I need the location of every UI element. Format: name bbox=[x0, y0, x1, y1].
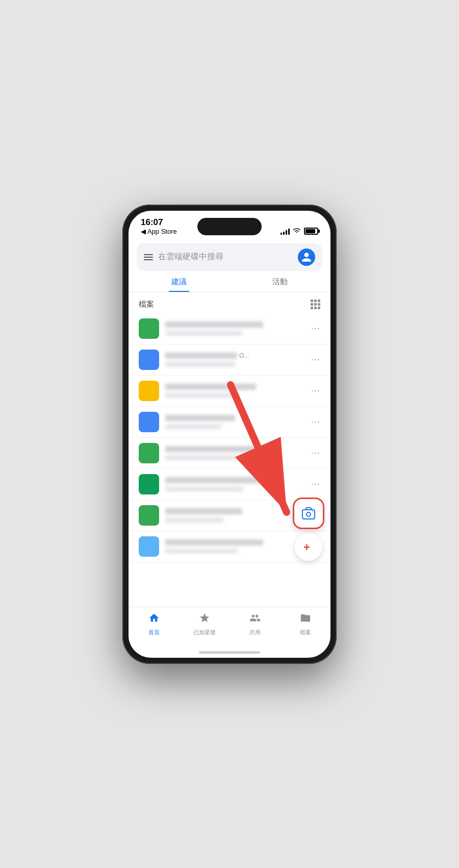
file-content bbox=[165, 477, 305, 491]
camera-scan-icon bbox=[300, 505, 317, 522]
nav-label-files: 檔案 bbox=[300, 629, 311, 636]
camera-scan-button[interactable] bbox=[293, 498, 324, 529]
tab-activity[interactable]: 活動 bbox=[230, 277, 330, 292]
nav-item-files[interactable]: 檔案 bbox=[280, 612, 330, 636]
file-content bbox=[165, 508, 305, 523]
nav-item-starred[interactable]: 已加星號 bbox=[179, 612, 230, 636]
list-item[interactable]: ··· bbox=[129, 313, 330, 344]
file-name bbox=[165, 415, 235, 421]
file-icon-blue2 bbox=[139, 412, 159, 432]
file-name bbox=[165, 321, 263, 328]
file-content bbox=[165, 539, 305, 554]
list-item[interactable]: O... ··· bbox=[129, 344, 330, 376]
svg-point-3 bbox=[312, 511, 313, 512]
files-header: 檔案 bbox=[129, 292, 330, 313]
file-name bbox=[165, 508, 242, 514]
status-right bbox=[280, 227, 318, 235]
status-time: 16:07 bbox=[141, 217, 163, 228]
file-name bbox=[165, 446, 260, 452]
more-options-icon[interactable]: ··· bbox=[311, 479, 320, 489]
nav-label-shared: 共用 bbox=[249, 629, 261, 636]
file-content bbox=[165, 384, 305, 398]
file-meta bbox=[165, 424, 221, 429]
file-list: ··· O... ··· bbox=[129, 313, 330, 607]
add-new-button[interactable]: + bbox=[295, 533, 322, 561]
file-icon-green3 bbox=[139, 474, 159, 494]
more-options-icon[interactable]: ··· bbox=[311, 385, 320, 396]
file-name bbox=[165, 384, 256, 390]
file-content: O... bbox=[165, 353, 305, 367]
phone-device: 16:07 ◀ App Store bbox=[122, 205, 337, 664]
file-meta bbox=[165, 486, 243, 491]
menu-icon[interactable] bbox=[144, 254, 153, 260]
list-item[interactable]: ··· bbox=[129, 376, 330, 407]
list-item[interactable]: ··· bbox=[129, 407, 330, 438]
svg-text:+: + bbox=[303, 541, 310, 554]
nav-item-home[interactable]: 首頁 bbox=[129, 612, 179, 636]
dynamic-island bbox=[197, 218, 262, 235]
file-name bbox=[165, 539, 263, 545]
more-options-icon[interactable]: ··· bbox=[311, 448, 320, 458]
back-button[interactable]: ◀ App Store bbox=[141, 228, 177, 235]
file-icon-blue3 bbox=[139, 536, 159, 557]
list-item[interactable]: ··· bbox=[129, 469, 330, 500]
nav-label-starred: 已加星號 bbox=[193, 629, 216, 636]
grid-view-icon[interactable] bbox=[311, 300, 320, 309]
status-left: 16:07 ◀ App Store bbox=[141, 217, 177, 235]
signal-icon bbox=[280, 228, 290, 235]
more-options-icon[interactable]: ··· bbox=[311, 354, 320, 365]
bottom-nav: 首頁 已加星號 共用 檔案 bbox=[129, 607, 330, 648]
fab-area: + bbox=[293, 498, 324, 561]
file-meta bbox=[165, 331, 242, 336]
home-icon bbox=[148, 612, 160, 627]
wifi-icon bbox=[293, 227, 301, 235]
file-meta bbox=[165, 549, 238, 554]
files-label: 檔案 bbox=[139, 300, 154, 309]
file-icon-blue bbox=[139, 350, 159, 370]
search-input[interactable]: 在雲端硬碟中搜尋 bbox=[158, 252, 293, 262]
svg-point-2 bbox=[307, 512, 311, 516]
tab-suggestions[interactable]: 建議 bbox=[129, 277, 230, 292]
add-new-icon: + bbox=[301, 540, 316, 554]
user-avatar-icon[interactable] bbox=[298, 249, 315, 266]
file-meta bbox=[165, 362, 235, 367]
nav-item-shared[interactable]: 共用 bbox=[230, 612, 280, 636]
more-options-icon[interactable]: ··· bbox=[311, 323, 320, 334]
more-options-icon[interactable]: ··· bbox=[311, 416, 320, 427]
list-item[interactable]: ··· bbox=[129, 438, 330, 469]
file-meta bbox=[165, 517, 224, 523]
svg-rect-1 bbox=[302, 510, 315, 519]
file-meta bbox=[165, 393, 235, 398]
star-icon bbox=[199, 612, 210, 627]
files-section: 檔案 bbox=[129, 292, 330, 607]
file-icon-yellow bbox=[139, 381, 159, 401]
file-icon-green4 bbox=[139, 505, 159, 526]
search-bar[interactable]: 在雲端硬碟中搜尋 bbox=[137, 243, 322, 271]
battery-icon bbox=[304, 228, 318, 235]
file-meta bbox=[165, 455, 238, 460]
phone-screen: 16:07 ◀ App Store bbox=[129, 211, 330, 658]
home-indicator bbox=[129, 648, 330, 658]
file-icon-green2 bbox=[139, 443, 159, 463]
file-icon-green bbox=[139, 318, 159, 339]
file-content bbox=[165, 446, 305, 460]
files-icon bbox=[300, 612, 311, 627]
nav-label-home: 首頁 bbox=[148, 629, 160, 636]
shared-icon bbox=[249, 612, 261, 627]
file-name bbox=[165, 477, 266, 483]
tabs-bar: 建議 活動 bbox=[129, 277, 330, 292]
file-name: O... bbox=[165, 353, 249, 359]
file-content bbox=[165, 321, 305, 336]
file-content bbox=[165, 415, 305, 429]
